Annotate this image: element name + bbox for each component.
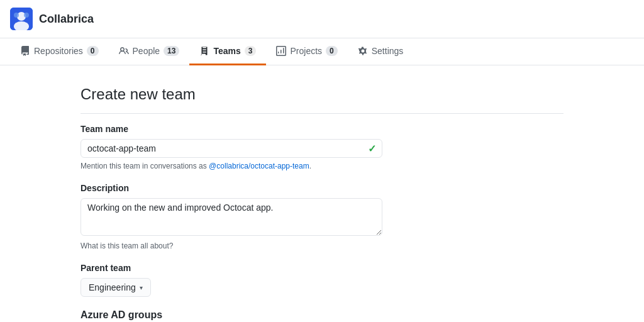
tab-settings-label: Settings: [372, 46, 404, 56]
azure-ad-heading: Azure AD groups: [80, 309, 382, 321]
tab-teams-count: 3: [245, 46, 257, 56]
team-mention: @collabrica/octocat-app-team: [209, 162, 309, 170]
tab-settings[interactable]: Settings: [348, 38, 414, 65]
team-name-group: Team name ✓ Mention this team in convers…: [80, 124, 382, 170]
svg-point-4: [24, 13, 29, 18]
tab-projects-count: 0: [326, 46, 338, 56]
description-hint: What is this team all about?: [80, 242, 382, 250]
tab-people-count: 13: [164, 46, 179, 56]
tab-repositories-label: Repositories: [34, 46, 83, 56]
azure-ad-group: Azure AD groups: [80, 309, 382, 321]
teams-icon: [199, 46, 209, 56]
projects-icon: [276, 46, 286, 56]
main-content: Create new team Team name ✓ Mention this…: [70, 65, 574, 322]
gear-icon: [358, 46, 368, 56]
team-name-hint: Mention this team in conversations as @c…: [80, 162, 382, 170]
team-name-input-wrapper: ✓: [80, 139, 382, 158]
svg-point-3: [14, 13, 19, 18]
description-input[interactable]: Working on the new and improved Octocat …: [80, 198, 382, 236]
description-group: Description Working on the new and impro…: [80, 183, 382, 250]
tab-repositories-count: 0: [87, 46, 99, 56]
dropdown-arrow-icon: ▾: [140, 284, 143, 291]
page-title: Create new team: [80, 86, 564, 114]
nav-tabs: Repositories 0 People 13 Teams 3 Project…: [0, 38, 644, 65]
tab-people[interactable]: People 13: [109, 38, 190, 65]
team-name-label: Team name: [80, 124, 382, 134]
parent-team-selected: Engineering: [89, 282, 136, 292]
tab-projects-label: Projects: [290, 46, 322, 56]
team-name-input[interactable]: [80, 139, 382, 158]
org-header: Collabrica: [0, 0, 644, 38]
org-name: Collabrica: [39, 13, 94, 26]
repo-icon: [20, 46, 30, 56]
description-label: Description: [80, 183, 382, 193]
people-icon: [119, 46, 129, 56]
parent-team-label: Parent team: [80, 263, 382, 273]
tab-people-label: People: [133, 46, 160, 56]
tab-teams-label: Teams: [213, 46, 240, 56]
tab-teams[interactable]: Teams 3: [189, 38, 266, 65]
tab-projects[interactable]: Projects 0: [266, 38, 347, 65]
tab-repositories[interactable]: Repositories 0: [10, 38, 109, 65]
org-avatar: [10, 8, 33, 30]
checkmark-icon: ✓: [368, 143, 376, 155]
parent-team-dropdown[interactable]: Engineering ▾: [80, 278, 151, 297]
parent-team-group: Parent team Engineering ▾: [80, 263, 382, 297]
